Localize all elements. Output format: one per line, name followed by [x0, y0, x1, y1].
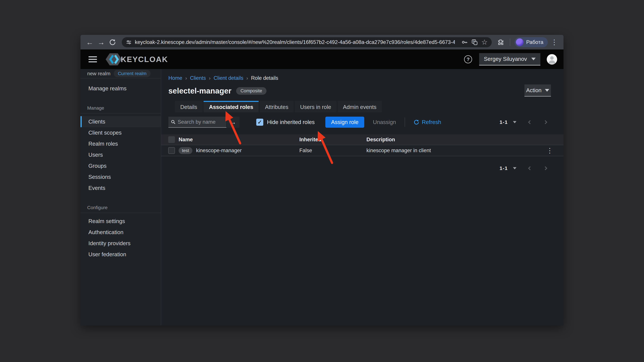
- next-page-icon[interactable]: [542, 119, 549, 125]
- sidebar: new realm Current realm Manage realms Ma…: [80, 69, 161, 326]
- breadcrumb-home[interactable]: Home: [168, 75, 182, 81]
- address-url[interactable]: keycloak-2.kinescope.dev/admin/master/co…: [135, 39, 455, 45]
- realm-switcher[interactable]: new realm Current realm: [80, 69, 161, 78]
- tab-bar: Details Associated roles Attributes User…: [175, 101, 564, 112]
- sidebar-section-manage: Manage: [80, 103, 161, 113]
- next-page-icon[interactable]: [542, 165, 549, 172]
- user-menu[interactable]: Sergey Siluyanov: [479, 53, 540, 65]
- back-icon[interactable]: ←: [85, 37, 94, 47]
- chevron-down-icon[interactable]: [513, 121, 516, 123]
- breadcrumb-client-details[interactable]: Client details: [214, 75, 243, 81]
- toolbar-divider: [405, 117, 405, 127]
- sidebar-item-realm-roles[interactable]: Realm roles: [80, 138, 161, 149]
- bookmark-star-icon[interactable]: ☆: [481, 39, 488, 46]
- chevron-down-icon: [531, 58, 536, 60]
- profile-avatar: [516, 38, 524, 46]
- page-range: 1-1: [500, 119, 508, 125]
- app-header: KEYCLOAK ? Sergey Siluyanov: [80, 49, 564, 69]
- search-input[interactable]: [178, 119, 224, 125]
- table-header-row: Name Inherited Description: [161, 134, 564, 145]
- prev-page-icon[interactable]: [526, 119, 533, 125]
- sidebar-item-identity-providers[interactable]: Identity providers: [80, 238, 161, 249]
- client-tag-badge: test: [178, 147, 192, 154]
- browser-toolbar: ← → keycloak-2.kinescope.dev/admin/maste…: [80, 35, 564, 49]
- sidebar-item-groups[interactable]: Groups: [80, 160, 161, 171]
- tab-details[interactable]: Details: [175, 101, 202, 112]
- sidebar-item-events[interactable]: Events: [80, 183, 161, 194]
- sidebar-item-clients[interactable]: Clients: [80, 116, 161, 127]
- role-inherited: False: [299, 147, 366, 153]
- composite-badge: Composite: [236, 87, 266, 95]
- row-actions-kebab-icon[interactable]: ⋮: [545, 147, 555, 154]
- refresh-button[interactable]: Refresh: [414, 119, 441, 125]
- role-description: kinescope manager in client: [366, 147, 545, 153]
- svg-text:G: G: [473, 40, 475, 42]
- breadcrumb-separator: ›: [209, 75, 210, 81]
- sidebar-item-sessions[interactable]: Sessions: [80, 171, 161, 183]
- breadcrumb-clients[interactable]: Clients: [190, 75, 206, 81]
- role-name: kinescope-manager: [196, 147, 242, 153]
- tab-associated-roles[interactable]: Associated roles: [204, 101, 258, 112]
- action-label: Action: [526, 87, 542, 93]
- select-all-checkbox[interactable]: [168, 136, 175, 143]
- page-title: selectel-manager: [168, 86, 232, 95]
- row-checkbox[interactable]: [168, 147, 175, 154]
- user-name: Sergey Siluyanov: [484, 56, 527, 62]
- sidebar-section-configure: Configure: [80, 203, 161, 213]
- tab-users-in-role[interactable]: Users in role: [295, 101, 336, 112]
- translate-icon[interactable]: G: [471, 39, 478, 45]
- forward-icon[interactable]: →: [96, 37, 106, 47]
- action-dropdown-button[interactable]: Action: [524, 84, 551, 96]
- sidebar-item-users[interactable]: Users: [80, 149, 161, 160]
- tab-attributes[interactable]: Attributes: [260, 101, 294, 112]
- prev-page-icon[interactable]: [526, 165, 533, 172]
- browser-profile-chip[interactable]: Работа: [514, 37, 548, 47]
- page-range: 1-1: [500, 165, 508, 171]
- breadcrumb-separator: ›: [246, 75, 248, 81]
- breadcrumb-current: Role details: [251, 75, 278, 81]
- pagination-top: 1-1: [500, 119, 549, 125]
- avatar[interactable]: [547, 54, 557, 64]
- sidebar-item-client-scopes[interactable]: Client scopes: [80, 127, 161, 138]
- pagination-bottom: 1-1: [161, 163, 564, 173]
- roles-toolbar: → ✓ Hide inherited roles Assign role Una…: [168, 117, 564, 128]
- hide-inherited-checkbox[interactable]: ✓: [256, 119, 263, 126]
- table-row: test kinescope-manager False kinescope m…: [161, 145, 564, 156]
- current-realm-badge: Current realm: [114, 70, 150, 77]
- sidebar-item-authentication[interactable]: Authentication: [80, 227, 161, 238]
- sidebar-item-realm-settings[interactable]: Realm settings: [80, 216, 161, 227]
- search-submit-button[interactable]: →: [226, 117, 240, 128]
- keycloak-logo: KEYCLOAK: [105, 52, 168, 67]
- column-description: Description: [366, 137, 545, 143]
- assign-role-button[interactable]: Assign role: [325, 117, 364, 128]
- chevron-down-icon[interactable]: [513, 167, 516, 169]
- chevron-down-icon: [545, 89, 549, 92]
- desktop-background: ← → keycloak-2.kinescope.dev/admin/maste…: [0, 0, 644, 362]
- tab-admin-events[interactable]: Admin events: [338, 101, 382, 112]
- address-bar[interactable]: keycloak-2.kinescope.dev/admin/master/co…: [122, 37, 492, 47]
- column-name: Name: [178, 137, 299, 143]
- extensions-icon[interactable]: [496, 37, 506, 47]
- column-inherited: Inherited: [299, 137, 366, 143]
- search-box: [168, 117, 226, 128]
- reload-icon[interactable]: [108, 37, 118, 47]
- sidebar-item-manage-realms[interactable]: Manage realms: [80, 83, 161, 94]
- hamburger-menu-icon[interactable]: [88, 56, 97, 62]
- browser-menu-icon[interactable]: ⋮: [550, 38, 559, 46]
- password-key-icon[interactable]: [461, 39, 468, 45]
- browser-window: ← → keycloak-2.kinescope.dev/admin/maste…: [80, 35, 564, 326]
- keycloak-logo-text: KEYCLOAK: [121, 55, 168, 64]
- keycloak-logo-icon: [105, 52, 122, 67]
- help-icon[interactable]: ?: [464, 55, 472, 63]
- unassign-button[interactable]: Unassign: [373, 119, 396, 125]
- hide-inherited-label: Hide inherited roles: [267, 119, 314, 125]
- toolbar-divider: [510, 38, 510, 46]
- search-icon: [171, 119, 176, 125]
- sidebar-item-user-federation[interactable]: User federation: [80, 249, 161, 260]
- main-content: Home › Clients › Client details › Role d…: [161, 69, 564, 326]
- breadcrumb: Home › Clients › Client details › Role d…: [168, 75, 564, 81]
- profile-name: Работа: [526, 39, 544, 45]
- site-settings-icon[interactable]: [126, 39, 132, 45]
- realm-name: new realm: [87, 71, 110, 76]
- breadcrumb-separator: ›: [185, 75, 187, 81]
